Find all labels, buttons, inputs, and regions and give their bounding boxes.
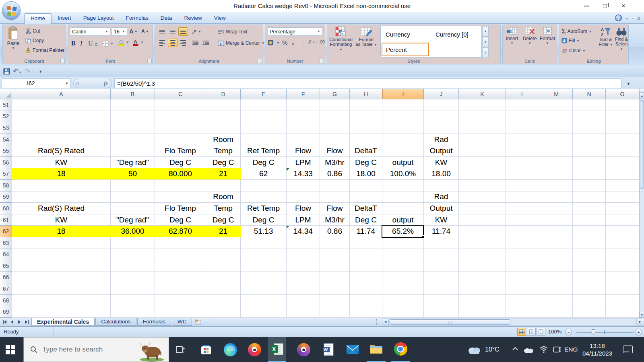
cell-C54[interactable] xyxy=(155,134,206,146)
cell-E60[interactable]: Ret Temp xyxy=(241,203,287,214)
cell-F54[interactable] xyxy=(287,134,320,146)
cell-L56[interactable] xyxy=(506,157,540,169)
wifi-icon[interactable] xyxy=(539,346,548,353)
format-painter-button[interactable]: Format Painter xyxy=(25,47,64,53)
cell-C57[interactable]: 80.000 xyxy=(155,168,206,180)
cell-G62[interactable]: 0.86 xyxy=(320,226,350,237)
cell-O62[interactable] xyxy=(606,226,639,237)
cell-B53[interactable] xyxy=(111,122,155,134)
cell-E66[interactable] xyxy=(241,272,287,284)
cell-N65[interactable] xyxy=(573,260,606,272)
cell-N69[interactable] xyxy=(573,306,606,318)
cell-N68[interactable] xyxy=(573,295,606,306)
cell-A65[interactable] xyxy=(12,260,111,272)
cell-F62[interactable]: 14.34 xyxy=(287,226,320,237)
cell-C66[interactable] xyxy=(155,272,206,284)
cell-C58[interactable] xyxy=(155,180,206,191)
cell-B59[interactable] xyxy=(111,191,155,203)
cell-H65[interactable] xyxy=(350,260,382,272)
borders-button[interactable]: ▼ xyxy=(103,41,114,47)
cell-F68[interactable] xyxy=(287,295,320,306)
cell-F55[interactable]: Flow xyxy=(287,145,320,157)
cell-N52[interactable] xyxy=(573,111,606,123)
col-header-E[interactable]: E xyxy=(241,89,287,99)
cell-M61[interactable] xyxy=(540,214,573,226)
cell-I64[interactable] xyxy=(382,249,424,261)
row-header-56[interactable]: 56 xyxy=(0,157,12,169)
cell-E69[interactable] xyxy=(241,306,287,318)
cell-E57[interactable]: 62 xyxy=(241,168,287,180)
cell-B68[interactable] xyxy=(111,295,155,306)
row-header-69[interactable]: 69 xyxy=(0,306,12,318)
cell-K64[interactable] xyxy=(459,249,506,261)
cell-J56[interactable]: KW xyxy=(424,157,459,169)
col-header-K[interactable]: K xyxy=(459,89,506,99)
cell-B57[interactable]: 50 xyxy=(111,168,155,180)
cell-N53[interactable] xyxy=(573,122,606,134)
cell-J69[interactable] xyxy=(424,306,459,318)
sort-filter-button[interactable]: AZ Sort & Filter ▼ xyxy=(598,27,614,47)
cell-J54[interactable]: Rad xyxy=(424,134,459,146)
cell-O68[interactable] xyxy=(606,295,639,306)
cell-I60[interactable] xyxy=(382,203,424,214)
sheet-tab-formulas[interactable]: Formulas xyxy=(137,318,171,326)
cell-C61[interactable]: Deg C xyxy=(155,214,206,226)
paste-button[interactable]: Paste ▼ xyxy=(4,26,22,50)
row-header-54[interactable]: 54 xyxy=(0,134,12,146)
task-view-icon[interactable] xyxy=(173,342,188,357)
cell-M68[interactable] xyxy=(540,295,573,306)
comma-style-button[interactable]: , xyxy=(292,37,294,46)
cell-E54[interactable] xyxy=(241,134,287,146)
cell-M52[interactable] xyxy=(540,111,573,123)
cell-G68[interactable] xyxy=(320,295,350,306)
cell-D62[interactable]: 21 xyxy=(206,226,241,237)
cell-N54[interactable] xyxy=(573,134,606,146)
fill-color-button[interactable]: ▼ xyxy=(118,39,129,46)
row-header-64[interactable]: 64 xyxy=(0,249,12,261)
cell-M51[interactable] xyxy=(540,99,573,111)
cell-O67[interactable] xyxy=(606,283,639,295)
cell-M58[interactable] xyxy=(540,180,573,191)
cell-M59[interactable] xyxy=(540,191,573,203)
cell-I61[interactable]: output xyxy=(382,214,424,226)
cell-L51[interactable] xyxy=(506,99,540,111)
cell-L64[interactable] xyxy=(506,249,540,261)
cell-L52[interactable] xyxy=(506,111,540,123)
cell-K67[interactable] xyxy=(459,283,506,295)
cell-G55[interactable]: Flow xyxy=(320,145,350,157)
cell-M63[interactable] xyxy=(540,237,573,249)
cell-N61[interactable] xyxy=(573,214,606,226)
number-format-select[interactable]: Percentage▼ xyxy=(268,27,322,36)
cell-D69[interactable] xyxy=(206,306,241,318)
horizontal-scrollbar[interactable]: ◀ ||| ▶ xyxy=(382,318,643,326)
cell-L57[interactable] xyxy=(506,168,540,180)
row-header-61[interactable]: 61 xyxy=(0,214,12,226)
cell-H55[interactable]: DeltaT xyxy=(350,145,382,157)
cell-F66[interactable] xyxy=(287,272,320,284)
col-header-C[interactable]: C xyxy=(155,89,206,99)
cell-H69[interactable] xyxy=(350,306,382,318)
cell-I54[interactable] xyxy=(382,134,424,146)
file-explorer-taskbar-button[interactable] xyxy=(367,337,386,362)
scroll-down-icon[interactable]: ▼ xyxy=(640,312,644,318)
avg-browser-icon[interactable] xyxy=(296,342,311,357)
insert-worksheet-icon[interactable] xyxy=(193,318,203,326)
cell-E51[interactable] xyxy=(241,99,287,111)
cell-J51[interactable] xyxy=(424,99,459,111)
cell-M53[interactable] xyxy=(540,122,573,134)
cell-I59[interactable] xyxy=(382,191,424,203)
row-header-63[interactable]: 63 xyxy=(0,237,12,249)
cell-C53[interactable] xyxy=(155,122,206,134)
microsoft-store-icon[interactable] xyxy=(199,342,213,357)
cell-F60[interactable]: Flow xyxy=(287,203,320,214)
gallery-scroll-down-icon[interactable]: ▼ xyxy=(482,37,489,47)
cell-H63[interactable] xyxy=(350,237,382,249)
cell-J61[interactable]: KW xyxy=(424,214,459,226)
cell-O58[interactable] xyxy=(606,180,639,191)
cell-O56[interactable] xyxy=(606,157,639,169)
cell-F57[interactable]: 14.33 xyxy=(287,168,320,180)
font-color-button[interactable]: A ▼ xyxy=(132,39,144,46)
cell-C59[interactable] xyxy=(155,191,206,203)
cell-N66[interactable] xyxy=(573,272,606,284)
cut-button[interactable]: Cut xyxy=(25,28,40,34)
